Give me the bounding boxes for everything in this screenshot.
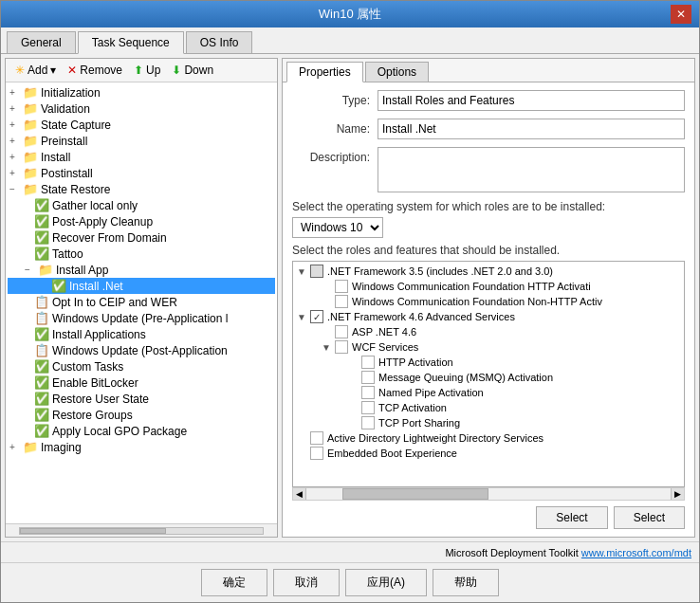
tree-item-post-apply[interactable]: ✅ Post-Apply Cleanup [8,213,275,229]
content-area: ✳ Add ▾ ✕ Remove ⬆ Up ⬇ Down [1,54,699,541]
feat-checkbox[interactable] [335,340,348,354]
description-label: Description: [292,147,378,164]
left-hscrollbar[interactable] [6,523,277,537]
feat-item-wcf-http[interactable]: Windows Communication Foundation HTTP Ac… [295,279,682,294]
feat-item-tcp-port[interactable]: TCP Port Sharing [295,415,682,430]
feat-item-eboot[interactable]: Embedded Boot Experience [295,446,682,461]
remove-button[interactable]: ✕ Remove [64,62,126,79]
select-button-2[interactable]: Select [614,506,685,529]
feat-item-asp46[interactable]: ASP .NET 4.6 [295,324,682,339]
window-title: Win10 属性 [29,6,671,23]
feat-item-msmq[interactable]: Message Queuing (MSMQ) Activation [295,370,682,385]
type-row: Type: [292,90,685,111]
tree-item-apply-gpo[interactable]: ✅ Apply Local GPO Package [8,423,275,439]
feat-checkbox[interactable] [335,325,348,338]
feat-checkbox[interactable]: ✓ [310,310,323,323]
add-button[interactable]: ✳ Add ▾ [11,62,60,79]
check-icon: ✅ [34,359,49,374]
name-input[interactable] [378,119,685,139]
close-button[interactable]: ✕ [671,5,691,24]
tab-options[interactable]: Options [365,62,429,82]
features-section: Select the roles and features that shoul… [292,244,685,501]
feat-item-http-act[interactable]: HTTP Activation [295,355,682,370]
folder-icon: 📁 [23,150,38,164]
tree-item-install[interactable]: + 📁 Install [8,149,275,165]
feat-checkbox[interactable] [361,386,375,399]
task-sequence-tree[interactable]: + 📁 Initialization + 📁 Validation + 📁 St… [6,82,277,523]
feat-checkbox[interactable] [310,431,323,445]
expand-icon: ▼ [297,266,310,277]
tree-item-install-app[interactable]: − 📁 Install App [8,262,275,278]
tree-item-state-restore[interactable]: − 📁 State Restore [8,181,275,197]
feat-checkbox[interactable] [361,416,375,429]
description-row: Description: [292,147,685,192]
tree-item-imaging[interactable]: + 📁 Imaging [8,439,275,455]
tree-item-recover-domain[interactable]: ✅ Recover From Domain [8,229,275,246]
folder-icon: 📁 [38,263,53,277]
main-tabs: General Task Sequence OS Info [1,27,699,54]
tree-item-bitlocker[interactable]: ✅ Enable BitLocker [8,375,275,391]
up-button[interactable]: ⬆ Up [130,62,164,79]
feat-checkbox[interactable] [310,447,323,460]
tree-item-wu-pre[interactable]: 📋 Windows Update (Pre-Application l [8,310,275,326]
task-icon: 📋 [34,343,49,357]
feat-checkbox[interactable] [361,356,375,369]
tab-properties[interactable]: Properties [286,62,363,82]
feat-checkbox[interactable] [335,280,348,293]
feat-checkbox[interactable] [361,401,375,414]
ok-button[interactable]: 确定 [201,569,267,596]
description-input[interactable] [378,147,685,192]
feat-item-tcp-act[interactable]: TCP Activation [295,400,682,415]
expand-icon: ▼ [322,342,335,353]
feat-item-wcf[interactable]: ▼ WCF Services [295,339,682,355]
select-button-1[interactable]: Select [536,506,607,529]
down-button[interactable]: ⬇ Down [168,62,217,79]
tree-item-restore-groups[interactable]: ✅ Restore Groups [8,407,275,423]
feat-checkbox[interactable] [335,295,348,308]
feat-item-net46[interactable]: ▼ ✓ .NET Framework 4.6 Advanced Services [295,309,682,324]
features-tree[interactable]: ▼ .NET Framework 3.5 (includes .NET 2.0 … [292,261,685,487]
status-link[interactable]: www.microsoft.com/mdt [581,547,691,558]
title-controls: ✕ [671,5,691,24]
apply-button[interactable]: 应用(A) [345,569,427,596]
right-content: Type: Name: Description: Select the oper… [283,82,694,537]
select-buttons-row: Select Select [292,506,685,529]
asterisk-icon: ✳ [15,64,25,77]
tree-item-wu-post[interactable]: 📋 Windows Update (Post-Application [8,342,275,358]
feat-item-adlds[interactable]: Active Directory Lightweight Directory S… [295,430,682,446]
help-button[interactable]: 帮助 [433,569,499,596]
folder-icon: 📁 [23,118,38,132]
features-hscrollbar[interactable]: ◀ ▶ [292,487,685,501]
tree-item-validation[interactable]: + 📁 Validation [8,100,275,117]
main-window: Win10 属性 ✕ General Task Sequence OS Info… [0,0,700,603]
tree-item-tattoo[interactable]: ✅ Tattoo [8,246,275,262]
feat-checkbox[interactable] [361,371,375,384]
tree-item-postinstall[interactable]: + 📁 Postinstall [8,165,275,181]
check-icon: ✅ [34,327,49,341]
folder-icon: 📁 [23,166,38,180]
tab-task-sequence[interactable]: Task Sequence [78,31,184,54]
tree-item-ceip[interactable]: 📋 Opt In to CEIP and WER [8,294,275,310]
check-icon: ✅ [51,279,66,293]
tab-os-info[interactable]: OS Info [186,31,253,53]
expand-icon: ▼ [297,312,310,322]
cancel-button[interactable]: 取消 [273,569,340,596]
tree-item-state-capture[interactable]: + 📁 State Capture [8,117,275,133]
tree-item-install-apps[interactable]: ✅ Install Applications [8,326,275,342]
feat-item-wcf-nonhttp[interactable]: Windows Communication Foundation Non-HTT… [295,294,682,309]
tree-item-custom-tasks[interactable]: ✅ Custom Tasks [8,358,275,375]
feat-checkbox[interactable] [310,265,323,278]
folder-icon: 📁 [23,182,38,196]
tree-item-preinstall[interactable]: + 📁 Preinstall [8,133,275,149]
tree-item-initialization[interactable]: + 📁 Initialization [8,84,275,100]
feat-item-namedpipe[interactable]: Named Pipe Activation [295,385,682,400]
tree-item-restore-user[interactable]: ✅ Restore User State [8,391,275,407]
tab-general[interactable]: General [7,31,76,53]
os-select[interactable]: Windows 10 [292,217,383,238]
feat-item-net35[interactable]: ▼ .NET Framework 3.5 (includes .NET 2.0 … [295,264,682,279]
tree-item-gather[interactable]: ✅ Gather local only [8,197,275,213]
check-icon: ✅ [34,247,49,261]
folder-icon: 📁 [23,101,38,116]
type-input[interactable] [378,90,685,111]
tree-item-install-net[interactable]: ✅ Install .Net [8,278,275,294]
